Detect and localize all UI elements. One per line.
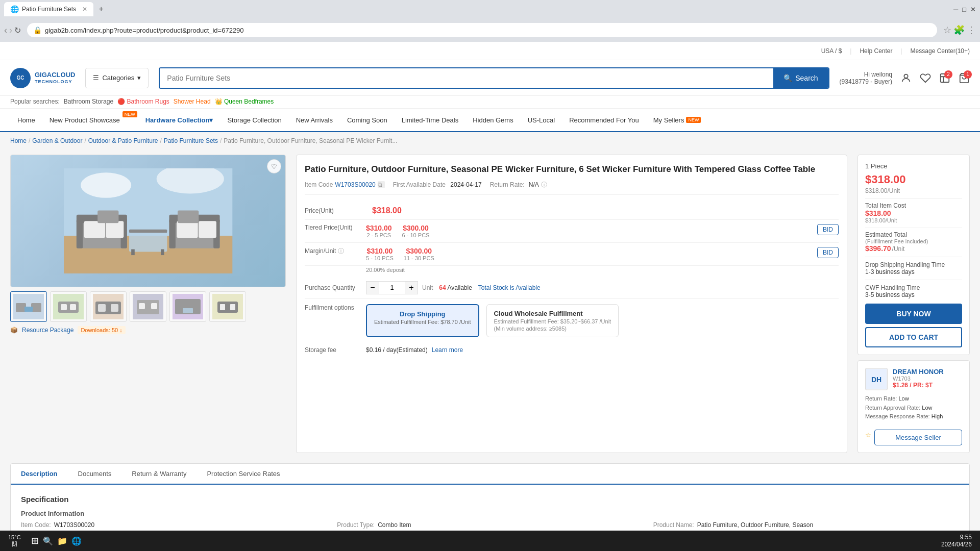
- thumbnail-6[interactable]: [209, 291, 246, 322]
- tiered-col-2: $300.00 6 - 10 PCS: [402, 224, 430, 238]
- svg-rect-13: [169, 219, 175, 248]
- wishlist-icon[interactable]: 2: [939, 72, 950, 84]
- buy-now-button[interactable]: BUY NOW: [865, 304, 962, 324]
- breadcrumb-home[interactable]: Home: [10, 137, 27, 144]
- close-button[interactable]: ✕: [970, 6, 976, 13]
- search-input[interactable]: [160, 68, 773, 88]
- address-bar[interactable]: 🔒 gigab2b.com/index.php?route=product/pr…: [27, 23, 937, 37]
- cwf-fee: Estimated Fulfillment Fee: $35.20~$66.37…: [494, 318, 611, 324]
- right-price: $318.00: [865, 173, 962, 186]
- nav-home[interactable]: Home: [10, 108, 42, 132]
- bid-button-1[interactable]: BID: [817, 224, 839, 235]
- thumbnail-2[interactable]: [50, 291, 87, 322]
- item-code-label: Item Code: [305, 181, 333, 188]
- popular-tag-bathroom-rugs[interactable]: 🔴 Bathroom Rugs: [117, 98, 169, 105]
- seller-name[interactable]: DREAM HONOR: [893, 368, 944, 375]
- thumbnail-4[interactable]: [130, 291, 166, 322]
- popular-tag-shower-head[interactable]: Shower Head: [174, 98, 211, 105]
- info-icon: ⓘ: [541, 181, 547, 189]
- bookmark-icon[interactable]: ☆: [943, 24, 951, 36]
- logo-icon: GC: [10, 68, 31, 88]
- search-button[interactable]: 🔍 Search: [773, 68, 828, 88]
- saved-items-icon[interactable]: [920, 72, 931, 84]
- taskbar: 15°C 阴 ⊞ 🔍 📁 🌐 9:55 2024/04/26: [0, 531, 980, 551]
- menu-icon[interactable]: ⋮: [967, 24, 976, 36]
- nav-us-local[interactable]: US-Local: [521, 108, 562, 132]
- quantity-input[interactable]: [379, 281, 405, 294]
- logo[interactable]: GC GIGACLOUD TECHNOLOGY: [10, 68, 75, 88]
- tab-return-warranty[interactable]: Return & Warranty: [121, 464, 197, 485]
- maximize-button[interactable]: □: [962, 6, 966, 13]
- utility-bar: USA / $ | Help Center | Message Center(1…: [0, 42, 980, 60]
- refresh-button[interactable]: ↻: [14, 26, 21, 35]
- item-code-value[interactable]: W1703S00020: [335, 181, 375, 188]
- storage-fee-label: Storage fee: [305, 346, 366, 354]
- drop-shipping-option[interactable]: Drop Shipping Estimated Fulfillment Fee:…: [366, 304, 479, 337]
- total-label: Total Item Cost: [865, 202, 962, 209]
- nav-my-sellers[interactable]: My Sellers NEW: [646, 108, 708, 132]
- cart-icon[interactable]: 1: [959, 72, 970, 84]
- region-selector[interactable]: USA / $: [821, 47, 842, 55]
- thumbnail-5[interactable]: [169, 291, 206, 322]
- breadcrumb-patio-sets[interactable]: Patio Furniture Sets: [164, 137, 218, 144]
- user-account-icon[interactable]: [900, 72, 912, 84]
- tab-description[interactable]: Description: [11, 464, 68, 485]
- nav-new-product-showcase[interactable]: New Product Showcase: [42, 108, 138, 132]
- nav-storage-collection[interactable]: Storage Collection: [220, 108, 288, 132]
- popular-tag-queen-bedframes[interactable]: 👑 Queen Bedframes: [215, 98, 274, 105]
- search-taskbar[interactable]: 🔍: [43, 536, 53, 546]
- quantity-decrease[interactable]: −: [366, 281, 379, 294]
- product-meta: Item Code W1703S00020 ⧉ First Available …: [305, 181, 839, 195]
- product-info-title: Product Information: [21, 510, 959, 517]
- svg-rect-32: [70, 304, 76, 310]
- resource-label[interactable]: Resource Package: [22, 327, 74, 334]
- close-tab-icon[interactable]: ✕: [82, 6, 87, 13]
- taskbar-icon-2[interactable]: 🌐: [71, 536, 82, 546]
- taskbar-icon-1[interactable]: 📁: [57, 536, 67, 546]
- quantity-increase[interactable]: +: [405, 281, 418, 294]
- new-tab-button[interactable]: +: [95, 3, 107, 15]
- start-button[interactable]: ⊞: [31, 535, 39, 546]
- nav-hidden-gems[interactable]: Hidden Gems: [465, 108, 520, 132]
- tab-protection[interactable]: Protection Service Rates: [197, 464, 290, 485]
- minimize-button[interactable]: ─: [953, 6, 958, 13]
- cwf-title: Cloud Wholesale Fulfillment: [494, 310, 611, 317]
- svg-rect-17: [129, 231, 167, 252]
- breadcrumb-garden[interactable]: Garden & Outdoor: [32, 137, 82, 144]
- thumbnail-3[interactable]: [90, 291, 127, 322]
- wishlist-button[interactable]: ♡: [267, 159, 281, 173]
- learn-more-link[interactable]: Learn more: [432, 346, 463, 354]
- nav-coming-soon[interactable]: Coming Soon: [340, 108, 395, 132]
- breadcrumb-patio-furniture[interactable]: Outdoor & Patio Furniture: [88, 137, 158, 144]
- cwf-option[interactable]: Cloud Wholesale Fulfillment Estimated Fu…: [486, 304, 619, 337]
- svg-rect-21: [97, 210, 118, 223]
- right-qty: 1 Piece: [865, 162, 962, 170]
- svg-text:DH: DH: [871, 375, 881, 384]
- downloads-count[interactable]: Downloads: 50 ↓: [78, 326, 125, 334]
- extensions-icon[interactable]: 🧩: [953, 24, 965, 36]
- user-greeting: Hi weilonq (93418779 - Buyer): [840, 71, 892, 85]
- categories-button[interactable]: ☰ Categories ▾: [85, 68, 149, 88]
- add-to-cart-button[interactable]: ADD TO CART: [865, 327, 962, 347]
- help-center-link[interactable]: Help Center: [860, 47, 892, 55]
- active-tab[interactable]: 🌐 Patio Furniture Sets ✕: [4, 2, 93, 16]
- available-date-value: 2024-04-17: [450, 181, 481, 188]
- copy-icon[interactable]: ⧉: [378, 181, 385, 188]
- nav-recommended[interactable]: Recommended For You: [562, 108, 646, 132]
- nav-hardware-collection[interactable]: Hardware Collection ▾: [138, 108, 220, 132]
- thumbnail-1[interactable]: [10, 291, 47, 322]
- forward-button[interactable]: ›: [9, 25, 12, 36]
- nav-new-arrivals[interactable]: New Arrivals: [289, 108, 340, 132]
- tab-documents[interactable]: Documents: [68, 464, 122, 485]
- margin-col-2: $300.00 11 - 30 PCS: [404, 247, 434, 261]
- back-button[interactable]: ‹: [4, 25, 7, 36]
- bid-button-2[interactable]: BID: [817, 247, 839, 258]
- furniture-illustration: [38, 168, 258, 273]
- nav-limited-time-deals[interactable]: Limited-Time Deals: [395, 108, 466, 132]
- popular-tag-bathroom-storage[interactable]: Bathroom Storage: [64, 98, 113, 105]
- message-seller-button[interactable]: Message Seller: [874, 430, 962, 445]
- message-center-link[interactable]: Message Center(10+): [911, 47, 970, 55]
- favorite-seller[interactable]: ☆: [865, 431, 871, 439]
- available-label: First Available Date: [393, 181, 446, 188]
- main-navigation: Home New Product Showcase Hardware Colle…: [0, 109, 980, 132]
